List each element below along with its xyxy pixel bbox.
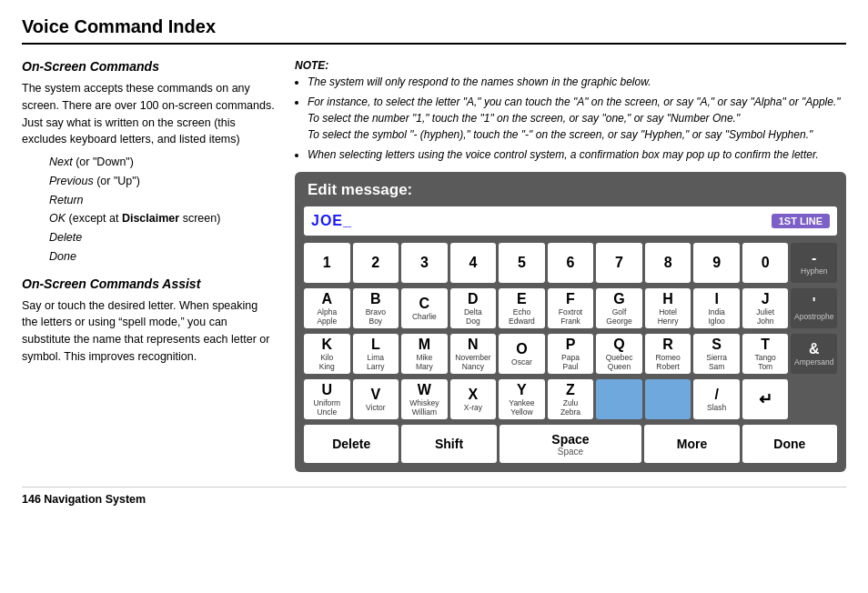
row-k: KKiloKing LLimaLarry MMikeMary NNovember… [304,334,837,374]
shift-button[interactable]: Shift [401,425,496,463]
section1-body: The system accepts these commands on any… [22,80,277,148]
key-return[interactable]: ↵ [742,379,789,419]
key-r[interactable]: RRomeoRobert [645,334,691,374]
key-1[interactable]: 1 [304,243,350,283]
key-u[interactable]: UUniformUncle [304,379,350,419]
key-g[interactable]: GGolfGeorge [596,288,642,328]
key-e[interactable]: EEchoEdward [499,288,545,328]
key-hyphen[interactable]: -Hyphen [791,243,837,283]
key-empty [791,379,837,419]
list-item: Next (or "Down") [49,154,277,171]
key-w[interactable]: WWhiskeyWilliam [401,379,448,419]
key-q[interactable]: QQuebecQueen [596,334,642,374]
key-b[interactable]: BBravoBoy [353,288,399,328]
key-k[interactable]: KKiloKing [304,334,350,374]
note-title: NOTE: [295,59,328,72]
done-button[interactable]: Done [742,425,837,463]
key-blue2[interactable] [645,379,691,419]
key-8[interactable]: 8 [645,243,691,283]
section1-title: On-Screen Commands [22,57,277,76]
key-x[interactable]: XX-ray [450,379,497,419]
key-c[interactable]: CCharlie [401,288,448,328]
row-a: AAlphaApple BBravoBoy CCharlie DDeltaDog… [304,288,837,328]
key-f[interactable]: FFoxtrotFrank [548,288,594,328]
commands-list: Next (or "Down") Previous (or "Up") Retu… [22,154,277,266]
key-0[interactable]: 0 [742,243,789,283]
key-6[interactable]: 6 [548,243,594,283]
key-v[interactable]: VVictor [353,379,399,419]
row-u: UUniformUncle VVictor WWhiskeyWilliam XX… [304,379,837,419]
key-apostrophe[interactable]: 'Apostrophe [791,288,837,328]
key-l[interactable]: LLimaLarry [353,334,399,374]
note-item: The system will only respond to the name… [308,74,846,90]
key-p[interactable]: PPapaPaul [548,334,594,374]
action-row: Delete Shift Space Space More Done [304,425,837,463]
list-item: OK (except at Disclaimer screen) [49,210,277,227]
list-item: Delete [49,229,277,246]
list-item: Done [49,248,277,266]
key-9[interactable]: 9 [693,243,740,283]
key-s[interactable]: SSierraSam [693,334,740,374]
note-list: The system will only respond to the name… [295,74,846,163]
space-button[interactable]: Space Space [500,425,642,463]
key-o[interactable]: OOscar [499,334,545,374]
input-text: JOE_ [311,213,772,229]
key-3[interactable]: 3 [401,243,448,283]
list-item: Return [49,192,277,209]
section2-body: Say or touch the desired letter. When sp… [22,297,277,366]
key-h[interactable]: HHotelHenry [645,288,691,328]
key-2[interactable]: 2 [353,243,399,283]
key-j[interactable]: JJulietJohn [742,288,789,328]
key-blue1[interactable] [596,379,642,419]
key-y[interactable]: YYankeeYellow [499,379,545,419]
right-column: NOTE: The system will only respond to th… [295,57,846,472]
page-footer: 146 Navigation System [22,487,846,506]
list-item: Previous (or "Up") [49,173,277,190]
input-row: JOE_ 1ST LINE [304,206,837,236]
line-badge: 1ST LINE [772,214,830,228]
key-slash[interactable]: /Slash [693,379,740,419]
note-section: NOTE: The system will only respond to th… [295,57,846,163]
key-5[interactable]: 5 [499,243,545,283]
key-n[interactable]: NNovemberNancy [450,334,497,374]
key-7[interactable]: 7 [596,243,642,283]
number-row: 1 2 3 4 5 6 7 8 9 0 -Hyphen [304,243,837,283]
key-4[interactable]: 4 [450,243,497,283]
page-title: Voice Command Index [22,16,846,45]
keyboard-title: Edit message: [304,181,837,199]
key-t[interactable]: TTangoTom [742,334,789,374]
key-m[interactable]: MMikeMary [401,334,448,374]
key-a[interactable]: AAlphaApple [304,288,350,328]
left-column: On-Screen Commands The system accepts th… [22,57,277,472]
more-button[interactable]: More [644,425,739,463]
note-item: When selecting letters using the voice c… [308,146,846,163]
note-item: For instance, to select the letter "A," … [308,94,846,143]
delete-button[interactable]: Delete [304,425,399,463]
key-i[interactable]: IIndiaIgloo [693,288,740,328]
key-z[interactable]: ZZuluZebra [548,379,594,419]
keyboard-widget: Edit message: JOE_ 1ST LINE 1 2 3 4 5 6 … [295,172,846,472]
key-d[interactable]: DDeltaDog [450,288,497,328]
key-ampersand[interactable]: &Ampersand [791,334,837,374]
section2-title: On-Screen Commands Assist [22,275,277,294]
